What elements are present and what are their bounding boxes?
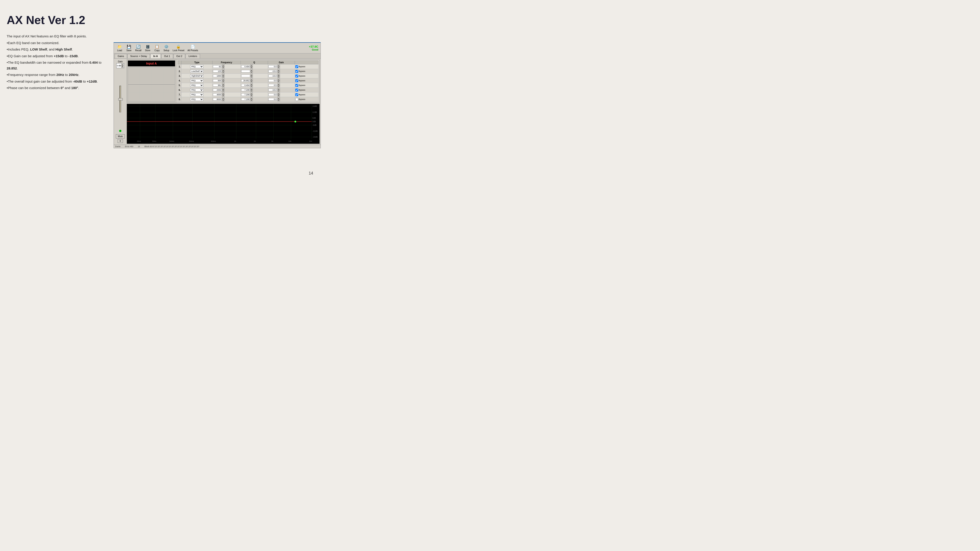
eq-type-3[interactable]: PEQLowShelfHighShelf	[190, 75, 204, 78]
eq-freq-7[interactable]	[213, 93, 222, 96]
bypass-7[interactable]	[295, 93, 298, 96]
freq1-up[interactable]: ▲	[222, 65, 224, 67]
gain-down-btn[interactable]: ▼	[121, 66, 124, 68]
eq-type-7[interactable]: PEQ	[190, 93, 204, 96]
eq-freq-8[interactable]	[213, 98, 222, 101]
tab-out1[interactable]: Out 1	[161, 54, 173, 58]
all-presets-button[interactable]: All Presets	[186, 44, 200, 52]
copy-button[interactable]: Copy	[153, 44, 161, 52]
zero-button[interactable]: 0	[118, 139, 123, 143]
freq2-up[interactable]: ▲	[222, 69, 224, 71]
gain1-up[interactable]: ▲	[277, 65, 280, 67]
eq-freq-1[interactable]	[213, 65, 222, 68]
tab-limiters[interactable]: Limiters	[186, 54, 200, 58]
lock-preset-button[interactable]: Lock Preset	[171, 44, 186, 52]
gain-slider-track[interactable]	[119, 86, 121, 113]
freq5-up[interactable]: ▲	[222, 83, 224, 85]
eq-type-6[interactable]: PEQ	[190, 88, 204, 92]
freq4-up[interactable]: ▲	[222, 79, 224, 81]
mute-button[interactable]: Mute	[116, 134, 125, 138]
eq-type-4[interactable]: PEQLowShelfHighShelf	[190, 79, 204, 82]
q6-up[interactable]: ▲	[250, 88, 253, 90]
gain3-down[interactable]: ▼	[277, 76, 280, 78]
q1-up[interactable]: ▲	[250, 65, 253, 67]
eq-freq-4[interactable]	[213, 79, 222, 82]
eq-freq-2[interactable]	[213, 70, 222, 73]
eq-type-5[interactable]: PEQ	[190, 84, 204, 87]
recall-button[interactable]: Recall	[134, 44, 143, 52]
gain8-down[interactable]: ▼	[277, 99, 280, 101]
eq-q-1[interactable]	[241, 65, 250, 68]
q4-up[interactable]: ▲	[250, 79, 253, 81]
gain1-down[interactable]: ▼	[277, 67, 280, 68]
gain-up-btn[interactable]: ▲	[121, 64, 124, 66]
freq6-up[interactable]: ▲	[222, 88, 224, 90]
q7-up[interactable]: ▲	[250, 93, 253, 95]
eq-gain-2[interactable]	[268, 70, 277, 73]
freq7-up[interactable]: ▲	[222, 93, 224, 95]
freq7-down[interactable]: ▼	[222, 95, 224, 97]
tab-out2[interactable]: Out 2	[173, 54, 185, 58]
q2-down[interactable]: ▼	[250, 71, 253, 73]
q2-up[interactable]: ▲	[250, 69, 253, 71]
gain6-up[interactable]: ▲	[277, 88, 280, 90]
eq-q-2[interactable]	[241, 70, 250, 73]
q7-down[interactable]: ▼	[250, 95, 253, 97]
gain4-down[interactable]: ▼	[277, 81, 280, 83]
gain8-up[interactable]: ▲	[277, 97, 280, 99]
eq-gain-5[interactable]	[268, 84, 277, 87]
bypass-5[interactable]	[295, 84, 298, 87]
bypass-1[interactable]	[295, 65, 298, 68]
eq-gain-4[interactable]	[268, 79, 277, 82]
eq-type-2[interactable]: PEQLowShelfHighShelf	[190, 70, 204, 73]
gain4-up[interactable]: ▲	[277, 79, 280, 81]
q8-down[interactable]: ▼	[250, 99, 253, 101]
gain7-up[interactable]: ▲	[277, 93, 280, 95]
freq3-down[interactable]: ▼	[222, 76, 224, 78]
freq8-up[interactable]: ▲	[222, 97, 224, 99]
gain2-down[interactable]: ▼	[277, 71, 280, 73]
freq2-down[interactable]: ▼	[222, 71, 224, 73]
q3-down[interactable]: ▼	[250, 76, 253, 78]
bypass-3[interactable]	[295, 75, 298, 78]
eq-freq-6[interactable]	[213, 89, 222, 91]
q6-down[interactable]: ▼	[250, 90, 253, 92]
gain5-up[interactable]: ▲	[277, 83, 280, 85]
bypass-6[interactable]	[295, 89, 298, 92]
freq8-down[interactable]: ▼	[222, 99, 224, 101]
store-button[interactable]: Store	[143, 44, 152, 52]
eq-freq-3[interactable]	[213, 75, 222, 77]
tab-in-a[interactable]: In A	[150, 54, 161, 58]
eq-gain-6[interactable]	[268, 89, 277, 91]
gain7-down[interactable]: ▼	[277, 95, 280, 97]
setup-button[interactable]: Setup	[162, 44, 171, 52]
bypass-2[interactable]	[295, 70, 298, 73]
bypass-8[interactable]	[295, 98, 298, 101]
eq-q-4[interactable]	[241, 79, 250, 82]
tab-gains[interactable]: Gains	[115, 54, 127, 58]
q3-up[interactable]: ▲	[250, 74, 253, 76]
gain6-down[interactable]: ▼	[277, 90, 280, 92]
save-button[interactable]: Save	[124, 44, 134, 52]
q4-down[interactable]: ▼	[250, 81, 253, 83]
eq-q-3[interactable]	[241, 75, 250, 77]
eq-q-5[interactable]	[241, 84, 250, 87]
eq-gain-3[interactable]	[268, 75, 277, 77]
gain3-up[interactable]: ▲	[277, 74, 280, 76]
eq-q-7[interactable]	[241, 93, 250, 96]
gain5-down[interactable]: ▼	[277, 85, 280, 87]
eq-q-6[interactable]	[241, 89, 250, 91]
load-button[interactable]: Load	[115, 44, 124, 52]
freq6-down[interactable]: ▼	[222, 90, 224, 92]
eq-gain-1[interactable]	[268, 65, 277, 68]
q8-up[interactable]: ▲	[250, 97, 253, 99]
freq3-up[interactable]: ▲	[222, 74, 224, 76]
freq5-down[interactable]: ▼	[222, 85, 224, 87]
q5-up[interactable]: ▲	[250, 83, 253, 85]
q5-down[interactable]: ▼	[250, 85, 253, 87]
tab-source-delay[interactable]: Source + Delay	[127, 54, 150, 58]
freq4-down[interactable]: ▼	[222, 81, 224, 83]
eq-gain-8[interactable]	[268, 98, 277, 101]
eq-type-1[interactable]: PEQLowShelfHighShelf	[190, 65, 204, 68]
q1-down[interactable]: ▼	[250, 67, 253, 68]
